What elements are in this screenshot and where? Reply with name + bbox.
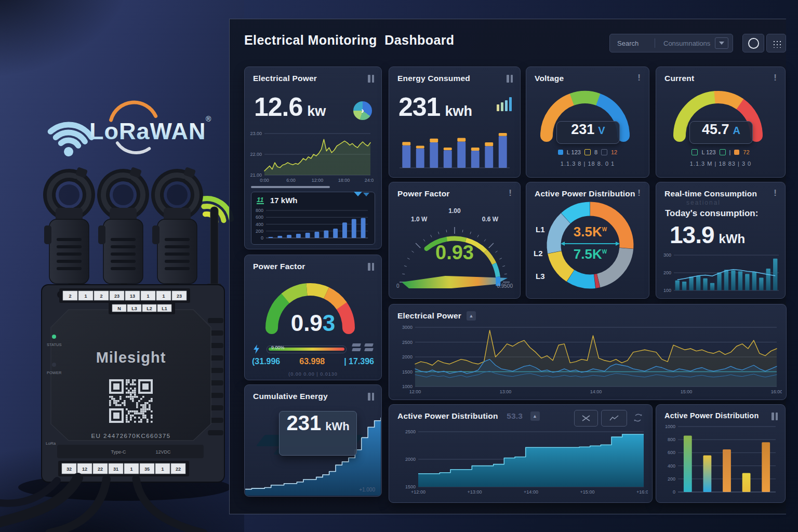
svg-text:14:00: 14:00 [590,389,602,394]
pf-progress-bar: 9.00% [267,345,347,353]
energy-bar-chart [394,127,515,172]
pause-icon[interactable] [368,263,374,271]
layers-icon[interactable] [365,343,373,351]
phase-label-l2: L2 [534,249,543,258]
svg-text:200: 200 [663,270,671,275]
gauge-max: 0.9500 [497,283,513,289]
compare-button[interactable] [574,410,598,427]
moon-icon [748,38,759,49]
status-led-label: STATUS [47,342,61,347]
page-title: Electrical Monitoring Dashboard [244,33,455,48]
card-title: Electrical Power [253,74,317,83]
svg-text:31: 31 [113,467,118,472]
pause-icon[interactable] [368,75,374,83]
card-title: Active Power Distribution [664,411,759,420]
legend-text: 72 [743,149,749,155]
apd-step-chart: 250020001500+12:00+13:00+14:00+15:00+16:… [394,427,648,497]
svg-text:0:00: 0:00 [260,178,269,182]
svg-text:1: 1 [161,467,164,472]
search-input[interactable]: Search [610,39,655,47]
alert-icon[interactable]: ! [774,73,777,83]
svg-text:100: 100 [663,288,671,293]
cumulative-value: 231 [286,411,321,435]
card-power-factor-mid: Power Factor ! 1.0 W 1.00 0.6 W 0.93 0 0… [389,182,521,299]
pause-icon[interactable] [507,75,513,83]
phase-label-l3: L3 [536,272,545,281]
svg-text:2000: 2000 [402,354,413,360]
card-title: Real-time Consumption [664,189,757,198]
export-icon[interactable]: ▲ [467,311,476,321]
pf-mid-value: 0.93 [389,242,520,264]
svg-text:1: 1 [84,294,87,299]
stat-2: 63.998 [299,357,325,366]
svg-text:N: N [117,306,121,311]
svg-text:+12:00: +12:00 [411,489,425,495]
svg-text:2: 2 [69,294,71,299]
ct-clamps [44,167,197,297]
refresh-icon[interactable] [633,413,643,422]
legend-swatch [691,149,698,155]
gauge-min: 0 [396,283,400,289]
svg-text:24:00: 24:00 [365,178,374,182]
card-title: Energy Consumed [397,74,470,83]
svg-text:L2: L2 [147,306,152,311]
card-title: Cumulative Energy [253,392,328,401]
theme-toggle-button[interactable] [742,34,764,52]
device-photo-area: LoRaWAN ® STATUS POWER LoRa Mile [0,0,244,532]
svg-text:1500: 1500 [405,484,416,489]
device-antenna [207,207,221,294]
svg-text:1000: 1000 [665,424,675,429]
svg-text:12:00: 12:00 [312,178,324,182]
chart-scrollbar[interactable] [251,186,330,188]
svg-text:35: 35 [144,467,150,472]
ct-clamp [44,167,101,297]
chevron-down-icon[interactable] [354,196,369,206]
card-apd-donut: Active Power Distribution ! L1 L2 L3 3.5… [526,182,649,299]
svg-text:22: 22 [98,467,103,472]
card-apd-step: Active Power Distribution 53.3 ▲ 2500200… [389,404,653,503]
stat-footnote: (0.00 0.00 | 0.0130 [245,371,381,377]
legend-line2: 1.1.3 8 | 18 8. 0 1 [526,161,649,167]
ghost-value: 53.3 [507,411,523,420]
svg-text:12: 12 [82,467,87,472]
alert-icon[interactable]: ! [774,188,777,198]
card-apd-bars: Active Power Distribution 10008006004002… [656,404,786,503]
svg-text:0: 0 [673,489,675,495]
svg-text:+13:00: +13:00 [468,489,482,495]
chart-footnote: +1.000 [359,487,375,493]
power-unit: kw [307,103,326,119]
trend-button[interactable] [601,410,627,427]
svg-text:1: 1 [130,467,132,472]
card-cumulative-energy: Cumulative Energy 231 kWh +1.000 [244,384,382,497]
pause-icon[interactable] [772,413,778,420]
svg-text:32: 32 [66,467,72,472]
pause-icon[interactable] [368,393,374,401]
alert-icon[interactable]: ! [509,188,512,198]
svg-text:15:00: 15:00 [681,389,693,394]
svg-text:1: 1 [162,294,165,299]
svg-text:1000: 1000 [402,384,413,389]
donut-center-values: 3.5KW 7.5KW [559,224,621,262]
search-box[interactable]: Search Consumnations [609,34,733,52]
dropdown-chevron[interactable] [715,37,728,49]
svg-text:22: 22 [176,467,181,472]
alert-icon[interactable]: ! [637,73,641,83]
svg-text:+15:00: +15:00 [580,489,595,495]
spark-icon [609,415,619,421]
phase-label-l1: L1 [536,225,545,234]
power-led-label: POWER [47,370,62,375]
power-value: 12.6 [254,92,302,122]
apps-grid-button[interactable] [766,34,786,52]
wifi-icon [47,122,92,159]
filter-dropdown[interactable]: Consumnations [655,39,715,47]
pf-bar-label: 9.00% [271,345,285,350]
range-arrow-icon [564,243,616,244]
svg-text:23: 23 [114,294,119,299]
layers-icon[interactable] [352,343,361,351]
legend-line2: 1.1.3 M | 18 83 | 3 0 [656,161,785,167]
svg-text:2500: 2500 [405,429,416,434]
svg-text:2000: 2000 [405,457,416,462]
gauge-tick-label: 1.00 [389,207,520,215]
energy-subpanel: 11 17 kWh 8006004002000 [251,192,375,245]
up-arrow-icon[interactable]: ▲ [530,411,540,421]
